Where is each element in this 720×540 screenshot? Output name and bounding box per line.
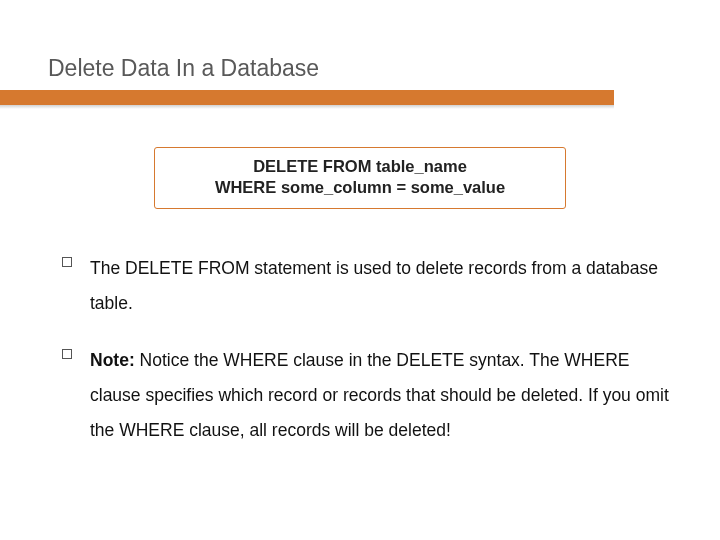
bullet-text: Note: Notice the WHERE clause in the DEL… [90,343,670,448]
title-underline [0,90,614,109]
orange-bar [0,90,614,105]
note-body: Notice the WHERE clause in the DELETE sy… [90,350,669,440]
slide-title: Delete Data In a Database [48,55,670,82]
bullet-list: The DELETE FROM statement is used to del… [50,251,670,448]
square-bullet-icon [62,349,72,359]
bullet-text: The DELETE FROM statement is used to del… [90,251,670,321]
syntax-line-1: DELETE FROM table_name [167,156,553,177]
slide: Delete Data In a Database DELETE FROM ta… [0,0,720,540]
list-item: Note: Notice the WHERE clause in the DEL… [62,343,670,448]
square-bullet-icon [62,257,72,267]
note-label: Note: [90,350,135,370]
bar-shadow [0,105,614,109]
syntax-box: DELETE FROM table_name WHERE some_column… [154,147,566,209]
list-item: The DELETE FROM statement is used to del… [62,251,670,321]
syntax-line-2: WHERE some_column = some_value [167,177,553,198]
